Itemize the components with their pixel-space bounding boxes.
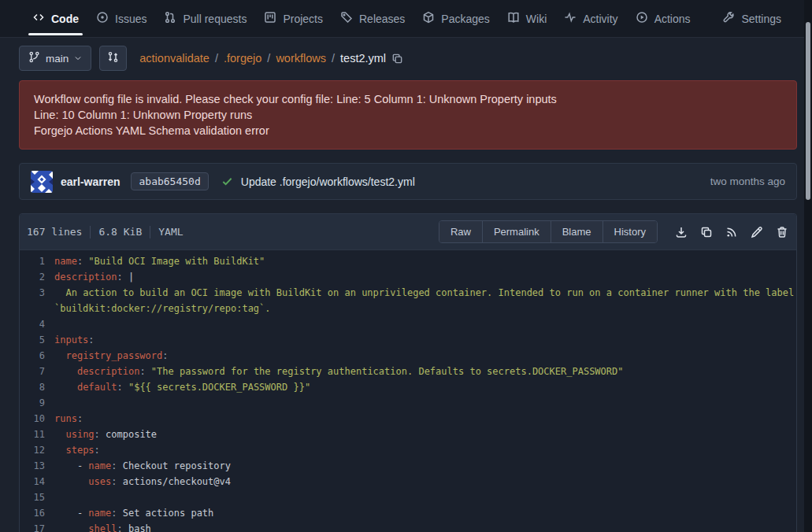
code-line: 11 using: composite <box>20 427 796 442</box>
commit-author-link[interactable]: earl-warren <box>61 175 120 188</box>
code-token <box>54 445 65 456</box>
breadcrumb-repo-link[interactable]: actionvalidate <box>139 52 209 65</box>
code-token <box>54 523 88 532</box>
pulse-icon <box>564 11 577 26</box>
tab-releases[interactable]: Releases <box>332 0 413 37</box>
line-number[interactable]: 3 <box>20 285 54 316</box>
line-number[interactable]: 15 <box>20 490 54 505</box>
tab-label: Settings <box>741 13 781 25</box>
code-token: description <box>54 272 117 283</box>
history-button[interactable]: History <box>603 221 657 242</box>
scrollbar-thumb[interactable] <box>806 22 810 200</box>
line-number[interactable]: 9 <box>20 395 54 411</box>
commit-status-check-icon[interactable] <box>221 175 233 187</box>
delete-icon[interactable] <box>776 226 788 238</box>
breadcrumb-separator <box>267 52 270 65</box>
repo-tab-bar: Code Issues Pull requests Projects Relea… <box>0 0 812 38</box>
tab-label: Issues <box>115 13 146 25</box>
code-line: 15 <box>20 490 796 505</box>
git-compare-icon <box>107 51 119 65</box>
line-number[interactable]: 2 <box>20 269 54 285</box>
line-number[interactable]: 11 <box>20 427 54 442</box>
edit-icon[interactable] <box>751 226 763 238</box>
tab-projects[interactable]: Projects <box>255 0 332 37</box>
tab-pull-requests[interactable]: Pull requests <box>155 0 255 37</box>
download-icon[interactable] <box>675 226 688 238</box>
line-number[interactable]: 8 <box>20 379 54 395</box>
breadcrumb-separator <box>215 52 218 65</box>
code-token: shell <box>88 523 117 532</box>
line-number[interactable]: 14 <box>20 474 54 490</box>
rss-icon[interactable] <box>725 226 738 238</box>
line-number[interactable]: 5 <box>20 332 54 348</box>
error-line: Forgejo Actions YAML Schema validation e… <box>34 123 782 139</box>
line-number[interactable]: 6 <box>20 348 54 364</box>
permalink-button[interactable]: Permalink <box>482 221 551 242</box>
commit-time: two months ago <box>710 175 785 187</box>
code-token: name <box>88 460 111 471</box>
line-number[interactable]: 17 <box>20 521 54 532</box>
line-number[interactable]: 16 <box>20 505 54 521</box>
code-line-content: description: "The password for the regis… <box>54 364 796 379</box>
code-line: 7 description: "The password for the reg… <box>20 364 796 379</box>
code-line: 16 - name: Set actions path <box>20 505 796 521</box>
code-token: : <box>139 366 150 377</box>
chevron-down-icon <box>74 53 82 65</box>
code-token: : <box>111 508 122 519</box>
line-number[interactable]: 10 <box>20 411 54 427</box>
play-circle-icon <box>636 11 648 26</box>
package-icon <box>422 11 435 26</box>
compare-button[interactable] <box>99 46 127 71</box>
code-line: 2description: | <box>20 269 796 285</box>
tab-label: Wiki <box>526 13 547 25</box>
blame-button[interactable]: Blame <box>551 221 603 242</box>
tab-label: Code <box>51 13 79 25</box>
tab-activity[interactable]: Activity <box>555 0 626 37</box>
code-token: steps <box>65 445 94 456</box>
code-line-content <box>54 490 796 505</box>
branch-select-button[interactable]: main <box>19 46 91 71</box>
code-token: : <box>88 334 94 345</box>
code-icon <box>32 11 45 26</box>
line-number[interactable]: 1 <box>20 253 54 269</box>
git-branch-icon <box>28 51 40 65</box>
breadcrumb-separator <box>332 52 335 65</box>
code-token: bash <box>128 523 151 532</box>
code-line: 12 steps: <box>20 442 796 458</box>
code-line: 13 - name: Checkout repository <box>20 458 796 474</box>
commit-message-link[interactable]: Update .forgejo/workflows/test2.yml <box>241 175 415 188</box>
divider <box>90 226 91 238</box>
code-line: 8 default: "${{ secrets.DOCKER_PASSWORD … <box>20 379 796 395</box>
tab-issues[interactable]: Issues <box>87 0 155 37</box>
breadcrumb-dir-link[interactable]: workflows <box>276 52 326 65</box>
avatar[interactable] <box>31 171 53 193</box>
commit-hash-badge[interactable]: abab65450d <box>131 172 208 190</box>
code-token: : <box>117 382 128 393</box>
tab-wiki[interactable]: Wiki <box>499 0 555 37</box>
code-line-content: steps: <box>54 442 796 458</box>
tab-label: Actions <box>654 13 691 25</box>
breadcrumb-dir-link[interactable]: .forgejo <box>224 52 261 65</box>
line-number[interactable]: 4 <box>20 316 54 332</box>
code-token: name <box>88 508 111 519</box>
tab-label: Packages <box>441 13 489 25</box>
code-token: : <box>111 476 122 487</box>
code-line-content: uses: actions/checkout@v4 <box>54 474 796 490</box>
code-token <box>54 382 77 393</box>
code-token: using <box>65 429 94 440</box>
code-token <box>54 350 65 361</box>
tab-actions[interactable]: Actions <box>627 0 699 37</box>
line-number[interactable]: 7 <box>20 364 54 379</box>
copy-path-icon[interactable] <box>391 53 403 65</box>
code-token: actions/checkout@v4 <box>123 476 231 487</box>
file-lines-count: 167 lines <box>27 226 82 238</box>
tab-settings[interactable]: Settings <box>714 0 790 37</box>
copy-icon[interactable] <box>700 226 713 238</box>
code-line-content: - name: Set actions path <box>54 505 796 521</box>
code-line: 10runs: <box>20 411 796 427</box>
raw-button[interactable]: Raw <box>439 221 482 242</box>
line-number[interactable]: 13 <box>20 458 54 474</box>
tab-packages[interactable]: Packages <box>413 0 498 37</box>
tab-code[interactable]: Code <box>24 0 87 37</box>
line-number[interactable]: 12 <box>20 442 54 458</box>
